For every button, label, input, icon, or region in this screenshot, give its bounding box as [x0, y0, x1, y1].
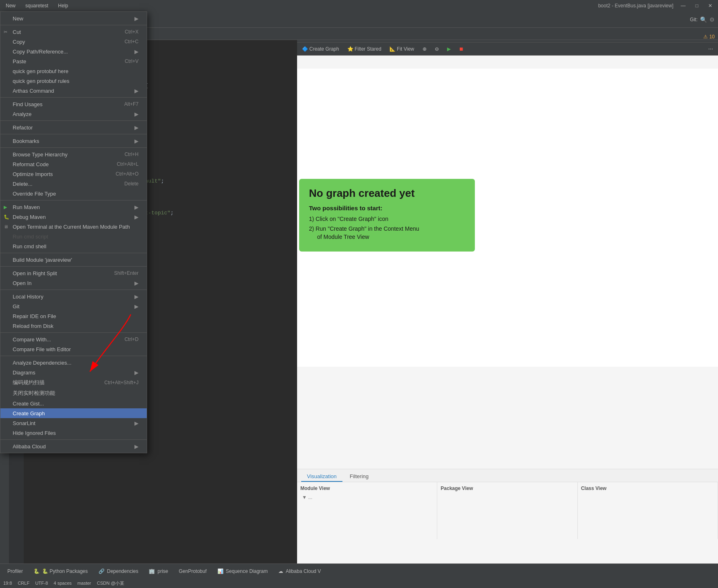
create-graph-btn[interactable]: 🔷 🔷 Create Graph Create Graph: [300, 45, 342, 53]
cm-open-right-split-label: Open in Right Split: [13, 270, 57, 276]
module-view-area: Module View ▼ ... Package View Class Vie…: [297, 482, 718, 539]
toolbar-search-icon[interactable]: 🔍: [700, 16, 707, 23]
cm-item-analyze-deps[interactable]: Analyze Dependencies...: [0, 358, 147, 368]
dock-tab-prise[interactable]: 🏢 prise: [144, 566, 173, 577]
cm-close-realtime-label: 关闭实时检测功能: [13, 390, 55, 397]
graph-area: No graph created yet Two possibilities t…: [297, 69, 718, 367]
cm-item-alibaba-cloud[interactable]: Alibaba Cloud ▶: [0, 441, 147, 451]
cm-item-create-graph[interactable]: Create Graph: [0, 408, 147, 418]
play-btn[interactable]: ▶: [445, 45, 453, 53]
cm-build-label: Build Module 'javareview': [13, 257, 72, 263]
cm-reload-label: Reload from Disk: [13, 323, 54, 329]
status-encoding: UTF-8: [35, 581, 48, 586]
cm-item-build-module[interactable]: Build Module 'javareview': [0, 255, 147, 265]
cm-item-protobuf-here[interactable]: quick gen protobuf here: [0, 66, 147, 76]
cm-item-close-realtime[interactable]: 关闭实时检测功能: [0, 388, 147, 399]
cm-debug-maven-label: Debug Maven: [13, 214, 46, 220]
window-maximize-btn[interactable]: □: [693, 3, 701, 9]
cm-item-repair-ide[interactable]: Repair IDE on File: [0, 311, 147, 321]
menu-item-squaretest[interactable]: squaretest: [23, 2, 51, 9]
cm-git-label: Git: [13, 303, 20, 310]
right-panel: Code Iris ⚙ 🔷 🔷 Create Graph Create Grap…: [297, 28, 718, 564]
cm-item-compare[interactable]: Compare With... Ctrl+D: [0, 334, 147, 344]
toolbar-settings-icon[interactable]: ⚙: [709, 16, 715, 23]
create-graph-icon: 🔷: [302, 46, 308, 52]
cm-item-find-usages[interactable]: Find Usages Alt+F7: [0, 99, 147, 109]
cm-open-in-label: Open In: [13, 280, 31, 286]
cm-item-browse-type[interactable]: Browse Type Hierarchy Ctrl+H: [0, 149, 147, 159]
copy-shortcut: Ctrl+C: [125, 39, 139, 45]
more-options-btn[interactable]: ⋯: [706, 45, 716, 53]
cm-sonarlint-label: SonarLint: [13, 420, 36, 426]
cm-item-bookmarks[interactable]: Bookmarks ▶: [0, 136, 147, 146]
tab-visualization[interactable]: Visualization: [301, 472, 342, 482]
cm-new-label: New: [13, 16, 23, 22]
cm-item-new[interactable]: New ▶: [0, 13, 147, 23]
cm-item-run-maven[interactable]: ▶ Run Maven ▶: [0, 202, 147, 212]
cm-item-git[interactable]: Git ▶: [0, 301, 147, 311]
cm-arthas-label: Arthas Command: [13, 88, 54, 94]
cm-item-hide-ignored[interactable]: Hide Ignored Files: [0, 428, 147, 438]
cm-item-paste[interactable]: Paste Ctrl+V: [0, 56, 147, 66]
window-minimize-btn[interactable]: —: [678, 3, 688, 9]
prise-icon: 🏢: [149, 568, 155, 574]
cm-analyze-label: Analyze: [13, 111, 31, 117]
cm-item-open-in[interactable]: Open In ▶: [0, 278, 147, 288]
warning-count: ⚠ 10: [700, 34, 718, 40]
cm-item-delete[interactable]: Delete... Delete: [0, 179, 147, 189]
cm-item-debug-maven[interactable]: 🐛 Debug Maven ▶: [0, 212, 147, 222]
menu-item-new[interactable]: New: [3, 2, 18, 9]
dock-tab-sequence[interactable]: 📊 Sequence Diagram: [212, 566, 273, 577]
cm-item-sonarlint[interactable]: SonarLint ▶: [0, 418, 147, 428]
cm-code-scan-label: 编码规约扫描: [13, 379, 45, 386]
cm-item-open-terminal[interactable]: 🖥 Open Terminal at the Current Maven Mod…: [0, 222, 147, 232]
cm-item-create-gist[interactable]: Create Gist...: [0, 399, 147, 408]
window-close-btn[interactable]: ✕: [706, 3, 715, 9]
cm-item-copy-path[interactable]: Copy Path/Reference... ▶: [0, 47, 147, 56]
open-in-arrow: ▶: [134, 280, 139, 286]
no-graph-step2-indent: of Module Tree View: [317, 234, 465, 240]
no-graph-title: No graph created yet: [309, 187, 465, 200]
dock-tab-python[interactable]: 🐍 🐍 Python Packages: [29, 566, 93, 577]
cm-item-protobuf-rules[interactable]: quick gen protobuf rules: [0, 76, 147, 86]
cm-item-code-scan[interactable]: 编码规约扫描 Ctrl+Alt+Shift+J: [0, 377, 147, 388]
cm-item-optimize[interactable]: Optimize Imports Ctrl+Alt+O: [0, 169, 147, 179]
cm-item-open-right-split[interactable]: Open in Right Split Shift+Enter: [0, 268, 147, 278]
cm-item-copy[interactable]: Copy Ctrl+C: [0, 37, 147, 47]
dock-tab-genprotobuf[interactable]: GenProtobuf: [174, 566, 212, 577]
menu-item-help[interactable]: Help: [56, 2, 71, 9]
zoom-in-btn[interactable]: ⊕: [420, 45, 429, 53]
dock-tab-alibaba[interactable]: ☁ Alibaba Cloud V: [273, 566, 326, 577]
cm-item-diagrams[interactable]: Diagrams ▶: [0, 368, 147, 377]
paste-shortcut: Ctrl+V: [125, 58, 139, 64]
module-view-item[interactable]: ▼ ...: [300, 494, 434, 501]
stop-btn[interactable]: ⏹: [456, 45, 466, 53]
cm-item-reformat[interactable]: Reformat Code Ctrl+Alt+L: [0, 159, 147, 169]
cm-item-analyze[interactable]: Analyze ▶: [0, 109, 147, 119]
no-graph-step1: 1) Click on "Create Graph" icon: [309, 216, 465, 222]
refactor-arrow: ▶: [134, 125, 139, 131]
cm-item-arthas[interactable]: Arthas Command ▶: [0, 86, 147, 96]
dock-tab-dependencies[interactable]: 🔗 Dependencies: [94, 566, 143, 577]
cm-item-run-cmd-script: Run cmd script: [0, 232, 147, 241]
cm-item-local-history[interactable]: Local History ▶: [0, 292, 147, 301]
cm-item-cut[interactable]: ✂ Cut Ctrl+X: [0, 27, 147, 37]
tab-filtering[interactable]: Filtering: [344, 472, 374, 482]
dock-tab-profiler[interactable]: Profiler: [2, 566, 28, 577]
cm-sep11: [0, 356, 147, 356]
cm-proto-here-label: quick gen protobuf here: [13, 68, 69, 74]
filter-stared-btn[interactable]: ⭐ Filter Stared: [345, 45, 384, 53]
cm-item-reload[interactable]: Reload from Disk: [0, 321, 147, 331]
status-crlf: CRLF: [18, 581, 29, 586]
cm-item-compare-editor[interactable]: Compare File with Editor: [0, 344, 147, 354]
cm-item-refactor[interactable]: Refactor ▶: [0, 122, 147, 132]
zoom-out-btn[interactable]: ⊖: [432, 45, 441, 53]
compare-shortcut: Ctrl+D: [125, 336, 139, 342]
cm-sep12: [0, 439, 147, 440]
cm-item-override-file[interactable]: Override File Type: [0, 189, 147, 198]
git-arrow: ▶: [134, 303, 139, 310]
cm-sep2: [0, 97, 147, 98]
cm-item-run-cmd-shell[interactable]: Run cmd shell: [0, 241, 147, 251]
cm-compare-label: Compare With...: [13, 336, 51, 343]
fit-view-btn[interactable]: 📐 Fit View: [387, 45, 416, 53]
